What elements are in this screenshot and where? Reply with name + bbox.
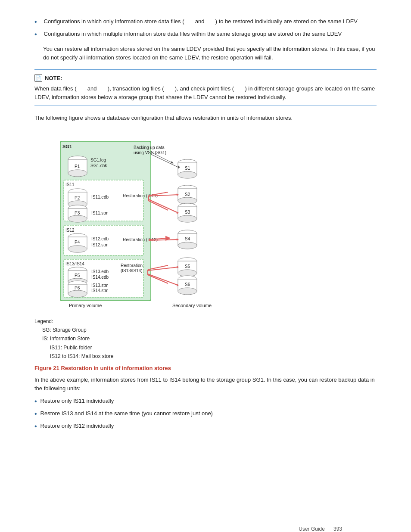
svg-text:SG1.chk: SG1.chk	[90, 163, 107, 168]
legend-is: IS: Information Store	[42, 334, 377, 343]
svg-text:S5: S5	[185, 264, 190, 269]
svg-text:IS11: IS11	[65, 182, 75, 187]
svg-line-82	[151, 154, 178, 167]
svg-text:S2: S2	[185, 192, 190, 197]
svg-text:IS12: IS12	[65, 228, 75, 233]
svg-line-25	[149, 201, 168, 210]
note-text: When data files ( and ), transaction log…	[34, 84, 377, 101]
svg-text:P3: P3	[75, 211, 80, 215]
legend-block: Legend: SG: Storage Group IS: Informatio…	[34, 317, 377, 361]
footer-page: 393	[333, 526, 342, 532]
svg-text:S6: S6	[185, 282, 190, 287]
svg-text:SG1.log: SG1.log	[90, 158, 106, 162]
note-box: 📄 NOTE: When data files ( and ), transac…	[34, 69, 377, 106]
svg-text:Restoration (IS12): Restoration (IS12)	[123, 237, 158, 242]
svg-text:P5: P5	[75, 273, 80, 278]
svg-point-20	[68, 215, 87, 222]
svg-text:Secondary volume: Secondary volume	[172, 303, 212, 308]
svg-text:Primary volume: Primary volume	[69, 303, 102, 308]
svg-point-79	[178, 288, 197, 295]
bottom-bullet-1: Restore only IS11 individually	[34, 397, 377, 407]
diagram-wrapper: SG1 P1 SG1.log SG1.chk Backing up data u…	[34, 128, 377, 314]
svg-point-4	[68, 170, 87, 177]
svg-text:S3: S3	[185, 210, 190, 215]
bottom-bullet-3: Restore only IS12 individually	[34, 422, 377, 432]
footer: User Guide 393	[299, 526, 342, 532]
figure-intro: The following figure shows a database co…	[34, 114, 377, 122]
legend-is12: IS12 to IS14: Mail box store	[50, 352, 377, 361]
svg-point-31	[68, 246, 87, 252]
svg-text:IS14.stm: IS14.stm	[91, 288, 108, 293]
after-figure-text: In the above example, information stores…	[34, 376, 377, 392]
legend-sg: SG: Storage Group	[42, 326, 377, 334]
svg-text:IS11.stm: IS11.stm	[91, 211, 108, 215]
svg-text:IS12.edb: IS12.edb	[91, 236, 109, 241]
bottom-bullet-list: Restore only IS11 individually Restore I…	[34, 397, 377, 432]
svg-text:P1: P1	[75, 164, 80, 169]
svg-point-47	[68, 290, 87, 297]
svg-text:IS11.edb: IS11.edb	[91, 195, 109, 199]
footer-label: User Guide	[299, 526, 325, 532]
svg-text:IS13/IS14: IS13/IS14	[65, 261, 84, 266]
top-bullet-2: Configurations in which multiple informa…	[34, 30, 377, 40]
svg-point-67	[178, 215, 197, 222]
svg-text:IS12.stm: IS12.stm	[91, 243, 108, 247]
svg-point-71	[178, 242, 197, 249]
svg-text:using VSS (SG1): using VSS (SG1)	[134, 150, 166, 155]
legend-title: Legend:	[34, 317, 377, 326]
svg-text:S4: S4	[185, 236, 190, 241]
svg-text:Restoration: Restoration	[121, 263, 143, 268]
svg-text:SG1: SG1	[62, 144, 72, 149]
svg-text:(IS13/IS14): (IS13/IS14)	[121, 268, 143, 273]
top-bullet-list: Configurations in which only information…	[34, 17, 377, 40]
top-bullet-1: Configurations in which only information…	[34, 17, 377, 27]
note-icon: 📄	[34, 74, 42, 82]
svg-line-92	[148, 274, 178, 285]
svg-text:IS13.stm: IS13.stm	[91, 283, 108, 288]
diagram-svg: SG1 P1 SG1.log SG1.chk Backing up data u…	[34, 128, 220, 314]
indent-paragraph: You can restore all information stores s…	[43, 45, 377, 62]
note-header: 📄 NOTE:	[34, 74, 377, 82]
svg-text:Backing up data: Backing up data	[134, 145, 165, 150]
svg-text:P6: P6	[75, 286, 80, 290]
svg-line-86	[149, 199, 178, 213]
legend-is11: IS11: Public folder	[50, 343, 377, 352]
svg-text:P4: P4	[75, 240, 80, 245]
svg-text:P2: P2	[75, 196, 80, 200]
bottom-bullet-2: Restore IS13 and IS14 at the same time (…	[34, 409, 377, 419]
svg-point-59	[178, 171, 197, 178]
page: Configurations in which only information…	[34, 17, 377, 532]
svg-text:IS14.edb: IS14.edb	[91, 275, 109, 280]
svg-text:IS13.edb: IS13.edb	[91, 269, 109, 274]
figure-caption: Figure 21 Restoration in units of inform…	[34, 365, 377, 371]
svg-text:S1: S1	[185, 166, 190, 171]
